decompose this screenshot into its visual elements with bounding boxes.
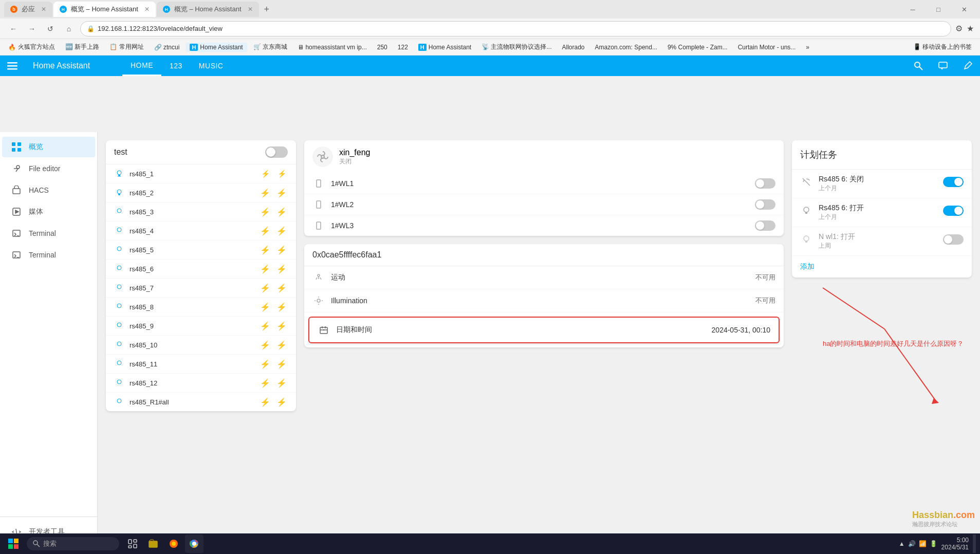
show-desktop-button[interactable] — [973, 534, 976, 553]
datetime-card[interactable]: 日期和时间 2024-05-31, 00:10 — [308, 317, 780, 343]
url-text: 192.168.1.122:8123/lovelace/default_view — [98, 25, 223, 32]
bm-fire[interactable]: 🔥 火狐官方站点 — [4, 42, 59, 52]
flash-icon-10[interactable]: ⚡ — [259, 339, 271, 351]
url-field[interactable]: 🔒 192.168.1.122:8123/lovelace/default_vi… — [80, 21, 951, 36]
tab-close-icon-2[interactable]: ✕ — [144, 6, 150, 13]
sidebar-item-hacs[interactable]: HACS — [2, 180, 95, 200]
power-icon-4[interactable]: ⚡ — [275, 225, 288, 237]
flash-icon-4[interactable]: ⚡ — [259, 225, 271, 237]
tab-close-icon[interactable]: ✕ — [41, 6, 46, 13]
firefox-button[interactable] — [164, 534, 183, 553]
task-toggle-3[interactable] — [943, 234, 964, 245]
power-icon-3[interactable]: ⚡ — [275, 206, 288, 218]
flash-icon-5[interactable]: ⚡ — [259, 244, 271, 256]
nav-123[interactable]: 123 — [161, 56, 191, 76]
bm-ztncui[interactable]: 🔗 ztncui — [150, 43, 184, 52]
reload-button[interactable]: ↺ — [43, 22, 58, 36]
bm-new[interactable]: 🆕 新手上路 — [61, 42, 103, 52]
home-button[interactable]: ⌂ — [62, 22, 76, 36]
test-toggle[interactable] — [265, 146, 288, 158]
nav-home[interactable]: HOME — [122, 56, 161, 76]
search-button[interactable] — [906, 56, 931, 76]
bm-ha2[interactable]: H Home Assistant — [414, 43, 475, 52]
chrome-button[interactable] — [185, 534, 204, 553]
power-icon-8[interactable]: ⚡ — [275, 301, 288, 313]
power-icon-12[interactable]: ⚡ — [275, 377, 288, 389]
bm-jd[interactable]: 🛒 京东商城 — [249, 42, 291, 52]
flash-icon-3[interactable]: ⚡ — [259, 206, 271, 218]
flash-icon-r1[interactable]: ⚡ — [259, 396, 271, 408]
tab-ha-1[interactable]: H 概览 – Home Assistant ✕ — [53, 2, 156, 17]
xin-feng-card: xin_feng 关闭 1#WL1 — [304, 140, 784, 236]
sidebar-item-media[interactable]: 媒体 — [2, 201, 95, 222]
back-button[interactable]: ← — [6, 22, 21, 36]
taskbar-clock[interactable]: 5:00 2024/5/31 — [941, 537, 969, 551]
maximize-button[interactable]: □ — [927, 0, 950, 19]
flash-icon-12[interactable]: ⚡ — [259, 377, 271, 389]
minimize-button[interactable]: ─ — [901, 0, 924, 19]
new-tab-button[interactable]: + — [260, 4, 274, 15]
sidebar-item-overview[interactable]: 概览 — [2, 137, 95, 157]
sidebar-item-terminal-2[interactable]: Terminal — [2, 245, 95, 265]
bm-curtain[interactable]: Curtain Motor - uns... — [734, 43, 800, 52]
add-task-link[interactable]: 添加 — [792, 256, 972, 278]
power-icon-10[interactable]: ⚡ — [275, 339, 288, 351]
tab-ha-2[interactable]: H 概览 – Home Assistant ✕ — [157, 2, 259, 17]
task-toggle-1[interactable] — [943, 177, 964, 187]
tab-close-icon-3[interactable]: ✕ — [248, 6, 253, 13]
bm-122[interactable]: 122 — [394, 43, 412, 52]
extensions-icon[interactable]: ⚙ — [955, 24, 963, 33]
tray-icon-3[interactable]: 📶 — [919, 540, 927, 547]
flash-icon-9[interactable]: ⚡ — [259, 320, 271, 332]
sidebar-item-terminal-1[interactable]: Terminal — [2, 223, 95, 244]
bm-vm[interactable]: 🖥 homeassistant vm ip... — [293, 43, 371, 52]
power-icon-7[interactable]: ⚡ — [275, 282, 288, 294]
content-area: test rs485_1 ⚡ ⚡ rs485_2 — [98, 132, 980, 554]
power-icon-9[interactable]: ⚡ — [275, 320, 288, 332]
file-explorer-button[interactable] — [144, 534, 162, 553]
nav-music[interactable]: MUSIC — [191, 56, 232, 76]
menu-button[interactable] — [0, 56, 25, 76]
chat-button[interactable] — [931, 56, 955, 76]
tray-icon-1[interactable]: ▲ — [899, 540, 905, 547]
taskview-button[interactable] — [123, 534, 142, 553]
start-button[interactable] — [4, 534, 23, 553]
bm-iot[interactable]: 📡 主流物联网协议选择... — [477, 42, 556, 52]
tab-bidu[interactable]: b 必应 ✕ — [4, 2, 52, 17]
power-icon[interactable]: ⚡ — [275, 168, 288, 180]
bm-250[interactable]: 250 — [373, 43, 392, 52]
flash-icon-6[interactable]: ⚡ — [259, 263, 271, 275]
wl-toggle-2[interactable] — [755, 199, 775, 210]
power-icon-5[interactable]: ⚡ — [275, 244, 288, 256]
flash-icon-11[interactable]: ⚡ — [259, 358, 271, 370]
bm-allorado[interactable]: Allorado — [558, 43, 589, 52]
svg-rect-19 — [13, 252, 20, 258]
sidebar-item-file-editor[interactable]: File editor — [2, 158, 95, 179]
power-icon-6[interactable]: ⚡ — [275, 263, 288, 275]
wl-row-3: 1#WL3 — [304, 215, 784, 236]
power-icon-r1[interactable]: ⚡ — [275, 396, 288, 408]
power-icon-11[interactable]: ⚡ — [275, 358, 288, 370]
bm-ha[interactable]: H Home Assistant — [186, 43, 247, 52]
edit-button[interactable] — [955, 56, 980, 76]
wl-toggle-1[interactable] — [755, 178, 775, 189]
bookmark-star-icon[interactable]: ★ — [967, 24, 974, 33]
flash-off-icon[interactable]: ⚡ — [259, 168, 271, 180]
flash-icon-8[interactable]: ⚡ — [259, 301, 271, 313]
taskbar-search-box[interactable]: 搜索 — [27, 537, 119, 550]
flash-off-icon-2[interactable]: ⚡ — [259, 187, 271, 199]
tray-icon-2[interactable]: 🔊 — [908, 540, 916, 547]
bm-mobile[interactable]: 📱 移动设备上的书签 — [909, 42, 976, 52]
flash-icon-7[interactable]: ⚡ — [259, 282, 271, 294]
bm-amazon[interactable]: Amazon.com: Spend... — [591, 43, 661, 52]
close-button[interactable]: ✕ — [952, 0, 976, 19]
forward-button[interactable]: → — [25, 22, 39, 36]
bm-more[interactable]: » — [802, 43, 813, 52]
power-icon-2[interactable]: ⚡ — [275, 187, 288, 199]
browser-chrome: b 必应 ✕ H 概览 – Home Assistant ✕ H 概览 – Ho… — [0, 0, 980, 56]
bm-common[interactable]: 📋 常用网址 — [105, 42, 147, 52]
bm-zam[interactable]: 9% Complete - Zam... — [663, 43, 732, 52]
task-toggle-2[interactable] — [943, 206, 964, 216]
wl-toggle-3[interactable] — [755, 220, 775, 231]
tray-icon-4[interactable]: 🔋 — [930, 540, 937, 547]
